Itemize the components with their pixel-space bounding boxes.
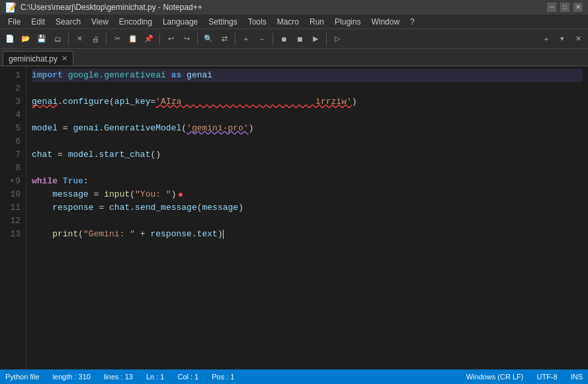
status-bar: Python file length : 310 lines : 13 Ln :… — [0, 369, 588, 384]
tab-filename: geminichat.py — [9, 54, 58, 64]
toolbar-sep-1 — [68, 33, 69, 45]
code-line-2 — [32, 82, 583, 95]
line-num-4: 4 — [5, 109, 21, 122]
string-gemini: "Gemini: " — [83, 228, 135, 241]
method-send-message: send_message — [135, 201, 197, 215]
debug-dot-10 — [179, 193, 183, 197]
identifier-chat: chat — [32, 148, 52, 162]
toolbar-sep-3 — [159, 33, 160, 45]
toolbar-save[interactable]: 💾 — [34, 32, 49, 46]
toolbar-open[interactable]: 📂 — [19, 32, 33, 46]
toolbar-zoom-in[interactable]: + — [239, 32, 253, 46]
code-line-9: while True : — [32, 175, 583, 188]
toolbar-macro-play[interactable]: ▶ — [308, 32, 323, 46]
close-button[interactable]: ✕ — [573, 3, 583, 12]
method-generativemodel: GenerativeModel — [104, 122, 181, 135]
toolbar-copy[interactable]: 📋 — [126, 32, 140, 46]
tab-close-button[interactable]: ✕ — [62, 55, 67, 62]
code-content[interactable]: import google.generativeai as genai gena… — [26, 66, 588, 369]
keyword-import: import — [32, 69, 63, 82]
maximize-button[interactable]: □ — [560, 3, 569, 12]
status-eol: Windows (CR LF) — [466, 373, 524, 381]
code-line-8 — [32, 162, 583, 175]
status-bar-right: Windows (CR LF) UTF-8 INS — [466, 373, 583, 381]
menu-macro[interactable]: Macro — [272, 15, 304, 28]
code-line-1: import google.generativeai as genai — [32, 69, 583, 82]
toolbar-save-all[interactable]: 🗂 — [50, 32, 65, 46]
toolbar-new[interactable]: 📄 — [3, 32, 17, 46]
toolbar-paste[interactable]: 📌 — [142, 32, 156, 46]
code-line-3: genai . configure ( api_key = 'AIza irrz… — [32, 95, 583, 109]
toolbar-redo[interactable]: ↪ — [179, 32, 194, 46]
status-length: length : 310 — [52, 373, 91, 381]
status-col: Col : 1 — [177, 373, 198, 381]
menu-window[interactable]: Window — [366, 15, 405, 28]
tab-dropdown-button[interactable]: ▾ — [555, 32, 569, 46]
line-numbers: 1 2 3 4 5 6 7 8 ▼9 10 11 12 13 — [0, 66, 26, 369]
toolbar-macro-rec[interactable]: ⏺ — [276, 32, 291, 46]
menu-edit[interactable]: Edit — [26, 15, 50, 28]
tab-bar: geminichat.py ✕ — [0, 49, 588, 66]
line-num-7: 7 — [5, 148, 21, 162]
identifier-message-11: message — [202, 201, 239, 215]
menu-run[interactable]: Run — [304, 15, 329, 28]
method-start-chat: start_chat — [99, 148, 150, 162]
add-tab-button[interactable]: + — [539, 32, 554, 46]
code-line-11: response = chat . send_message ( message… — [32, 201, 583, 215]
line-num-1: 1 — [5, 69, 21, 82]
toolbar-print[interactable]: 🖨 — [88, 32, 103, 46]
menu-settings[interactable]: Settings — [203, 15, 242, 28]
menu-tools[interactable]: Tools — [243, 15, 272, 28]
identifier-response: response — [52, 201, 93, 215]
module-name: google.generativeai — [68, 69, 166, 82]
string-apikey: 'AIza irrziw' — [155, 95, 351, 109]
menu-encoding[interactable]: Encoding — [114, 15, 157, 28]
toolbar-undo[interactable]: ↩ — [163, 32, 178, 46]
minimize-button[interactable]: ─ — [547, 3, 556, 12]
identifier-message: message — [52, 188, 89, 201]
status-ins: INS — [571, 373, 583, 381]
identifier-chat-11: chat — [109, 201, 130, 215]
toolbar-find[interactable]: 🔍 — [201, 32, 216, 46]
toolbar-zoom-out[interactable]: − — [255, 32, 269, 46]
code-line-7: chat = model . start_chat () — [32, 148, 583, 162]
line-num-9: ▼9 — [5, 175, 21, 188]
toolbar-close[interactable]: ✕ — [72, 32, 87, 46]
method-configure: configure — [63, 95, 109, 109]
line-num-5: 5 — [5, 122, 21, 135]
toolbar-macro-stop[interactable]: ⏹ — [292, 32, 307, 46]
text-cursor — [223, 230, 224, 239]
line-num-8: 8 — [5, 162, 21, 175]
line-num-3: 3 — [5, 95, 21, 109]
menu-search[interactable]: Search — [50, 15, 86, 28]
line-num-10: 10 — [5, 188, 21, 201]
menu-plugins[interactable]: Plugins — [329, 15, 366, 28]
menu-language[interactable]: Language — [157, 15, 203, 28]
title-bar-controls[interactable]: ─ □ ✕ — [547, 3, 583, 12]
toolbar-sep-7 — [326, 33, 327, 45]
file-tab[interactable]: geminichat.py ✕ — [3, 51, 73, 66]
menu-view[interactable]: View — [86, 15, 114, 28]
identifier-model-7: model — [68, 148, 94, 162]
toolbar-sep-6 — [273, 33, 273, 45]
identifier-genai-5: genai — [73, 122, 99, 135]
toolbar-sep-2 — [106, 33, 106, 45]
app-icon: 📝 — [5, 2, 17, 13]
code-line-6 — [32, 135, 583, 148]
line-num-12: 12 — [5, 215, 21, 228]
editor: 1 2 3 4 5 6 7 8 ▼9 10 11 12 13 import go… — [0, 66, 588, 369]
toolbar-replace[interactable]: ⇄ — [217, 32, 231, 46]
toolbar-sep-5 — [235, 33, 235, 45]
menu-help[interactable]: ? — [405, 15, 420, 28]
toolbar-close-btn[interactable]: ✕ — [571, 32, 585, 46]
identifier-model: model — [32, 122, 58, 135]
toolbar-cut[interactable]: ✂ — [110, 32, 124, 46]
toolbar: 📄 📂 💾 🗂 ✕ 🖨 ✂ 📋 📌 ↩ ↪ 🔍 ⇄ + − ⏺ ⏹ ▶ ▷ + … — [0, 29, 588, 49]
code-line-10: message = input ( "You: " ) — [32, 188, 583, 201]
identifier-genai-3: genai — [32, 95, 58, 109]
code-line-13: print ( "Gemini: " + response . text ) — [32, 228, 583, 241]
menu-file[interactable]: File — [3, 15, 26, 28]
status-encoding: UTF-8 — [536, 373, 557, 381]
toolbar-run[interactable]: ▷ — [330, 32, 345, 46]
line-num-2: 2 — [5, 82, 21, 95]
